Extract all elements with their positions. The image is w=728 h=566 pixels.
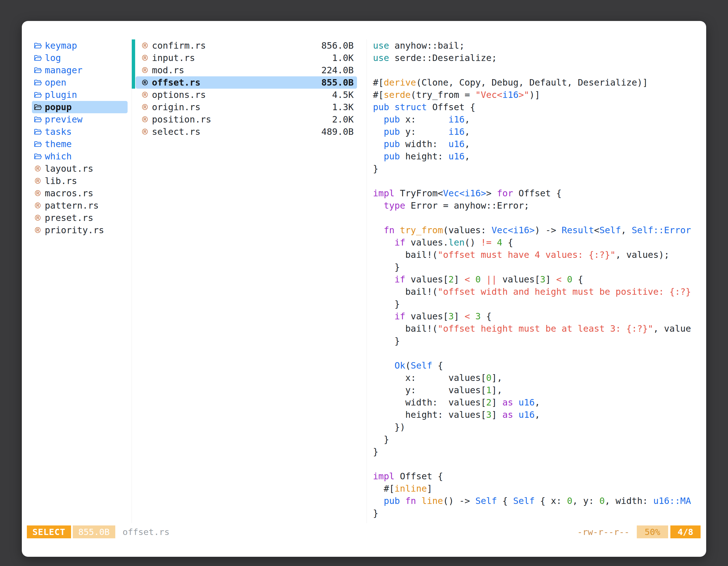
sidebar-item-manager[interactable]: manager bbox=[32, 64, 128, 76]
status-bar: SELECT 855.0B offset.rs -rw-r--r-- 50% 4… bbox=[27, 525, 701, 538]
code-line: impl TryFrom<Vec<i16>> for Offset { bbox=[373, 187, 697, 200]
rust-file-icon: ® bbox=[140, 40, 150, 51]
item-label: macros.rs bbox=[45, 188, 93, 199]
file-row-offset-rs[interactable]: ®offset.rs855.0B bbox=[136, 76, 357, 89]
sidebar-item-plugin[interactable]: plugin bbox=[32, 89, 128, 101]
file-name: options.rs bbox=[152, 90, 206, 100]
code-line: pub fn line() -> Self { Self { x: 0, y: … bbox=[373, 495, 697, 507]
code-line: if values[3] < 3 { bbox=[373, 310, 697, 322]
item-label: manager bbox=[45, 65, 83, 76]
file-size: 856.0B bbox=[321, 40, 354, 51]
code-line: } bbox=[373, 163, 697, 175]
code-line: pub height: u16, bbox=[373, 150, 697, 163]
code-line: pub struct Offset { bbox=[373, 101, 697, 113]
sidebar-item-which[interactable]: which bbox=[32, 150, 128, 163]
rust-file-icon: ® bbox=[33, 225, 43, 236]
code-line: pub x: i16, bbox=[373, 113, 697, 126]
file-name: input.rs bbox=[152, 53, 195, 63]
file-row-input-rs[interactable]: ®input.rs1.0K bbox=[136, 52, 357, 64]
code-line: } bbox=[373, 445, 697, 458]
code-line: pub y: i16, bbox=[373, 126, 697, 138]
code-line: width: values[2] as u16, bbox=[373, 396, 697, 408]
file-permissions: -rw-r--r-- bbox=[577, 527, 630, 537]
code-line: } bbox=[373, 298, 697, 310]
file-size: 224.0B bbox=[321, 65, 354, 76]
item-label: pattern.rs bbox=[45, 200, 99, 211]
item-label: open bbox=[45, 77, 66, 88]
code-line bbox=[373, 175, 697, 187]
file-size: 489.0B bbox=[321, 126, 354, 137]
status-left: SELECT 855.0B offset.rs bbox=[27, 525, 170, 538]
code-line: type Error = anyhow::Error; bbox=[373, 200, 697, 212]
sidebar-item-preview[interactable]: preview bbox=[32, 113, 128, 126]
code-line: use anyhow::bail; bbox=[373, 39, 697, 52]
file-size-badge: 855.0B bbox=[73, 525, 115, 538]
file-row-select-rs[interactable]: ®select.rs489.0B bbox=[136, 126, 357, 138]
status-right: -rw-r--r-- 50% 4/8 bbox=[577, 525, 701, 538]
item-label: priority.rs bbox=[45, 225, 104, 236]
sidebar-item-tasks[interactable]: tasks bbox=[32, 126, 128, 138]
desktop-background: { "app": "yazi", "colors": { "accent_ora… bbox=[0, 0, 728, 566]
code-line: bail!("offset height must be at least 3:… bbox=[373, 322, 697, 335]
folder-icon bbox=[33, 128, 43, 136]
code-line: fn try_from(values: Vec<i16>) -> Result<… bbox=[373, 224, 697, 236]
sidebar-item-keymap[interactable]: keymap bbox=[32, 39, 128, 52]
code-line bbox=[373, 458, 697, 470]
sidebar-item-priority-rs[interactable]: ®priority.rs bbox=[32, 224, 128, 236]
folder-icon bbox=[33, 78, 43, 87]
sidebar-item-log[interactable]: log bbox=[32, 52, 128, 64]
sidebar-item-layout-rs[interactable]: ®layout.rs bbox=[32, 163, 128, 175]
file-row-confirm-rs[interactable]: ®confirm.rs856.0B bbox=[136, 39, 357, 52]
parent-directory-pane: keymap log manager open plugin popup pre… bbox=[32, 39, 131, 523]
folder-icon bbox=[33, 140, 43, 148]
file-preview-pane[interactable]: use anyhow::bail;use serde::Deserialize;… bbox=[367, 39, 697, 523]
folder-icon bbox=[33, 91, 43, 99]
sidebar-item-macros-rs[interactable]: ®macros.rs bbox=[32, 187, 128, 200]
item-label: preset.rs bbox=[45, 213, 93, 223]
code-line: Ok(Self { bbox=[373, 359, 697, 372]
rust-file-icon: ® bbox=[140, 126, 150, 137]
sidebar-item-pattern-rs[interactable]: ®pattern.rs bbox=[32, 200, 128, 212]
code-line bbox=[373, 64, 697, 76]
file-row-mod-rs[interactable]: ®mod.rs224.0B bbox=[136, 64, 357, 76]
item-label: tasks bbox=[45, 126, 72, 137]
sidebar-item-theme[interactable]: theme bbox=[32, 138, 128, 150]
rust-file-icon: ® bbox=[33, 163, 43, 174]
sidebar-item-lib-rs[interactable]: ®lib.rs bbox=[32, 175, 128, 187]
item-label: theme bbox=[45, 139, 72, 149]
mode-badge: SELECT bbox=[27, 525, 71, 538]
file-name: origin.rs bbox=[152, 102, 200, 112]
item-label: popup bbox=[45, 102, 72, 112]
sidebar-item-popup[interactable]: popup bbox=[32, 101, 128, 113]
file-row-options-rs[interactable]: ®options.rs4.5K bbox=[136, 89, 357, 101]
rust-file-icon: ® bbox=[33, 188, 43, 199]
rust-file-icon: ® bbox=[140, 65, 150, 76]
file-name: confirm.rs bbox=[152, 40, 206, 51]
file-row-position-rs[interactable]: ®position.rs2.0K bbox=[136, 113, 357, 126]
code-line bbox=[373, 347, 697, 359]
sidebar-item-preset-rs[interactable]: ®preset.rs bbox=[32, 212, 128, 224]
code-line: } bbox=[373, 507, 697, 519]
rust-file-icon: ® bbox=[33, 213, 43, 224]
code-line: #[serde(try_from = "Vec<i16>")] bbox=[373, 89, 697, 101]
code-line: } bbox=[373, 261, 697, 273]
code-line: if values[2] < 0 || values[3] < 0 { bbox=[373, 273, 697, 285]
code-line: bail!("offset must have 4 values: {:?}",… bbox=[373, 249, 697, 261]
item-label: log bbox=[45, 53, 61, 63]
item-label: preview bbox=[45, 114, 83, 125]
code-line: if values.len() != 4 { bbox=[373, 236, 697, 249]
cursor-position-badge: 4/8 bbox=[670, 525, 701, 538]
folder-icon bbox=[33, 54, 43, 62]
code-line: height: values[3] as u16, bbox=[373, 408, 697, 421]
file-row-origin-rs[interactable]: ®origin.rs1.3K bbox=[136, 101, 357, 113]
code-line: use serde::Deserialize; bbox=[373, 52, 697, 64]
item-label: plugin bbox=[45, 90, 77, 100]
file-size: 1.0K bbox=[332, 53, 354, 63]
item-label: lib.rs bbox=[45, 176, 77, 186]
file-size: 2.0K bbox=[332, 114, 354, 125]
file-size: 855.0B bbox=[321, 77, 354, 88]
file-size: 4.5K bbox=[332, 90, 354, 100]
rust-file-icon: ® bbox=[33, 176, 43, 187]
scroll-percent-badge: 50% bbox=[637, 525, 668, 538]
sidebar-item-open[interactable]: open bbox=[32, 76, 128, 89]
